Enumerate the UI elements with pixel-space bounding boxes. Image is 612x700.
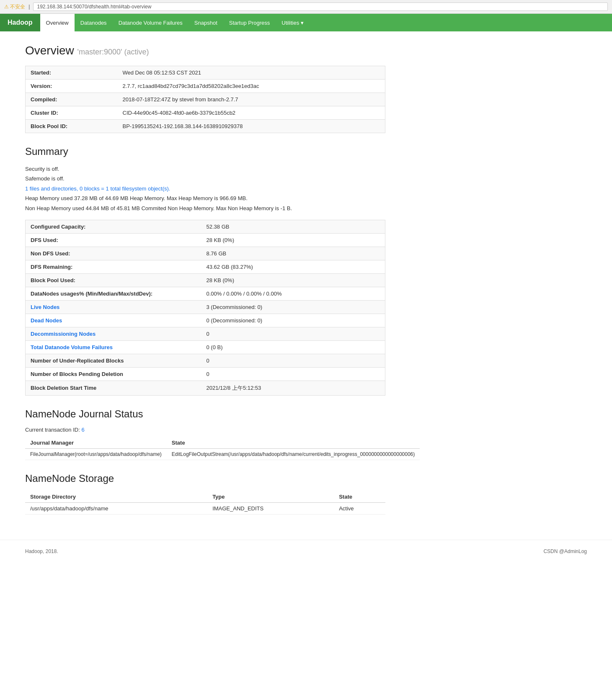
summary-title: Summary	[25, 146, 385, 157]
summary-row-under-replicated: Number of Under-Replicated Blocks 0	[26, 354, 385, 367]
dead-nodes-link[interactable]: Dead Nodes	[31, 317, 62, 324]
summary-value-volume-failures: 0 (0 B)	[201, 340, 385, 354]
storage-data-row: /usr/apps/data/hadoop/dfs/name IMAGE_AND…	[25, 502, 385, 514]
summary-row-2: Non DFS Used: 8.76 GB	[26, 247, 385, 260]
top-nav: Hadoop Overview Datanodes Datanode Volum…	[0, 14, 612, 31]
overview-row-version: Version: 2.7.7, rc1aad84bd27cd79c3d1a7dd…	[26, 80, 385, 93]
summary-row-decommissioning-nodes: Decommissioning Nodes 0	[26, 327, 385, 340]
summary-label-block-pool-used: Block Pool Used:	[26, 273, 201, 287]
overview-label-cluster-id: Cluster ID:	[26, 106, 118, 120]
summary-text-block: Security is off. Safemode is off. 1 file…	[25, 164, 385, 213]
journal-table: Journal Manager State FileJournalManager…	[25, 437, 420, 460]
summary-label-block-deletion-time: Block Deletion Start Time	[26, 381, 201, 395]
storage-col-type: Type	[207, 491, 334, 503]
summary-value-non-dfs-used: 8.76 GB	[201, 247, 385, 260]
security-warning-icon: ⚠ 不安全	[4, 3, 25, 10]
volume-failures-link[interactable]: Total Datanode Volume Failures	[31, 344, 113, 350]
storage-title: NameNode Storage	[25, 473, 385, 484]
summary-table: Configured Capacity: 52.38 GB DFS Used: …	[25, 220, 385, 396]
storage-section: NameNode Storage Storage Directory Type …	[25, 473, 385, 515]
summary-row-dead-nodes: Dead Nodes 0 (Decommissioned: 0)	[26, 314, 385, 327]
summary-label-dfs-used: DFS Used:	[26, 233, 201, 247]
security-text: Security is off.	[25, 164, 385, 174]
storage-table: Storage Directory Type State /usr/apps/d…	[25, 491, 385, 515]
page-title: Overview 'master:9000' (active)	[25, 44, 385, 57]
summary-label-non-dfs-used: Non DFS Used:	[26, 247, 201, 260]
nav-item-overview[interactable]: Overview	[40, 14, 75, 31]
summary-section: Summary Security is off. Safemode is off…	[25, 146, 385, 396]
summary-value-datanodes-usages: 0.00% / 0.00% / 0.00% / 0.00%	[201, 287, 385, 300]
summary-row-pending-deletion: Number of Blocks Pending Deletion 0	[26, 367, 385, 381]
overview-label-started: Started:	[26, 66, 118, 80]
summary-row-4: Block Pool Used: 28 KB (0%)	[26, 273, 385, 287]
transaction-id-label: Current transaction ID:	[25, 427, 80, 433]
summary-row-5: DataNodes usages% (Min/Median/Max/stdDev…	[26, 287, 385, 300]
storage-dir-value: /usr/apps/data/hadoop/dfs/name	[25, 502, 207, 514]
nav-item-volume-failures[interactable]: Datanode Volume Failures	[113, 14, 189, 31]
summary-row-3: DFS Remaining: 43.62 GB (83.27%)	[26, 260, 385, 273]
journal-state-value: EditLogFileOutputStream(/usr/apps/data/h…	[167, 448, 420, 460]
nav-items: Overview Datanodes Datanode Volume Failu…	[40, 14, 310, 31]
footer-left: Hadoop, 2018.	[25, 548, 58, 554]
overview-section: Overview 'master:9000' (active) Started:…	[25, 44, 385, 133]
summary-value-under-replicated: 0	[201, 354, 385, 367]
summary-label-configured-capacity: Configured Capacity:	[26, 220, 201, 233]
live-nodes-link[interactable]: Live Nodes	[31, 304, 59, 310]
files-link[interactable]: 1 files and directories, 0 blocks = 1 to…	[25, 185, 170, 192]
summary-label-dfs-remaining: DFS Remaining:	[26, 260, 201, 273]
decommissioning-nodes-link[interactable]: Decommissioning Nodes	[31, 331, 96, 337]
journal-col-manager: Journal Manager	[25, 437, 167, 449]
browser-bar: ⚠ 不安全 | 192.168.38.144:50070/dfshealth.h…	[0, 0, 612, 14]
overview-table: Started: Wed Dec 08 05:12:53 CST 2021 Ve…	[25, 66, 385, 133]
footer: Hadoop, 2018. CSDN @AdminLog	[0, 540, 612, 563]
summary-row-0: Configured Capacity: 52.38 GB	[26, 220, 385, 233]
overview-row-block-pool-id: Block Pool ID: BP-1995135241-192.168.38.…	[26, 120, 385, 133]
summary-value-dfs-remaining: 43.62 GB (83.27%)	[201, 260, 385, 273]
nav-item-snapshot[interactable]: Snapshot	[189, 14, 223, 31]
summary-label-pending-deletion: Number of Blocks Pending Deletion	[26, 367, 201, 381]
summary-label-under-replicated: Number of Under-Replicated Blocks	[26, 354, 201, 367]
summary-value-dead-nodes: 0 (Decommissioned: 0)	[201, 314, 385, 327]
overview-value-version: 2.7.7, rc1aad84bd27cd79c3d1a7dd58202a8c3…	[118, 80, 385, 93]
files-text: 1 files and directories, 0 blocks = 1 to…	[25, 184, 385, 193]
url-bar[interactable]: 192.168.38.144:50070/dfshealth.html#tab-…	[33, 3, 608, 11]
overview-label-block-pool-id: Block Pool ID:	[26, 120, 118, 133]
nav-item-datanodes[interactable]: Datanodes	[75, 14, 113, 31]
separator: |	[28, 4, 30, 10]
summary-value-decommissioning-nodes: 0	[201, 327, 385, 340]
nonheap-text: Non Heap Memory used 44.84 MB of 45.81 M…	[25, 203, 385, 213]
overview-label-compiled: Compiled:	[26, 93, 118, 106]
main-content: Overview 'master:9000' (active) Started:…	[0, 31, 411, 540]
journal-data-row: FileJournalManager(root=/usr/apps/data/h…	[25, 448, 420, 460]
journal-section: NameNode Journal Status Current transact…	[25, 408, 385, 460]
footer-right: CSDN @AdminLog	[543, 548, 587, 554]
safemode-text: Safemode is off.	[25, 174, 385, 183]
overview-row-cluster-id: Cluster ID: CID-44e90c45-4082-4fd0-ae6b-…	[26, 106, 385, 120]
summary-value-configured-capacity: 52.38 GB	[201, 220, 385, 233]
journal-title: NameNode Journal Status	[25, 408, 385, 420]
summary-value-dfs-used: 28 KB (0%)	[201, 233, 385, 247]
summary-row-live-nodes: Live Nodes 3 (Decommissioned: 0)	[26, 300, 385, 314]
overview-label-version: Version:	[26, 80, 118, 93]
summary-label-volume-failures: Total Datanode Volume Failures	[26, 340, 201, 354]
summary-value-block-deletion-time: 2021/12/8 上午5:12:53	[201, 381, 385, 395]
overview-row-started: Started: Wed Dec 08 05:12:53 CST 2021	[26, 66, 385, 80]
storage-header-row: Storage Directory Type State	[25, 491, 385, 503]
summary-row-block-deletion-time: Block Deletion Start Time 2021/12/8 上午5:…	[26, 381, 385, 395]
summary-row-1: DFS Used: 28 KB (0%)	[26, 233, 385, 247]
overview-value-cluster-id: CID-44e90c45-4082-4fd0-ae6b-3379c1b55cb2	[118, 106, 385, 120]
journal-manager-value: FileJournalManager(root=/usr/apps/data/h…	[25, 448, 167, 460]
overview-row-compiled: Compiled: 2018-07-18T22:47Z by stevel fr…	[26, 93, 385, 106]
nav-item-utilities[interactable]: Utilities ▾	[276, 14, 310, 31]
summary-value-live-nodes: 3 (Decommissioned: 0)	[201, 300, 385, 314]
overview-value-started: Wed Dec 08 05:12:53 CST 2021	[118, 66, 385, 80]
nav-item-startup[interactable]: Startup Progress	[223, 14, 276, 31]
summary-value-pending-deletion: 0	[201, 367, 385, 381]
summary-label-datanodes-usages: DataNodes usages% (Min/Median/Max/stdDev…	[26, 287, 201, 300]
overview-value-block-pool-id: BP-1995135241-192.168.38.144-16389109293…	[118, 120, 385, 133]
summary-label-decommissioning-nodes: Decommissioning Nodes	[26, 327, 201, 340]
storage-col-dir: Storage Directory	[25, 491, 207, 503]
heap-text: Heap Memory used 37.28 MB of 44.69 MB He…	[25, 193, 385, 203]
storage-col-state: State	[334, 491, 385, 503]
transaction-id-value[interactable]: 6	[81, 427, 84, 433]
